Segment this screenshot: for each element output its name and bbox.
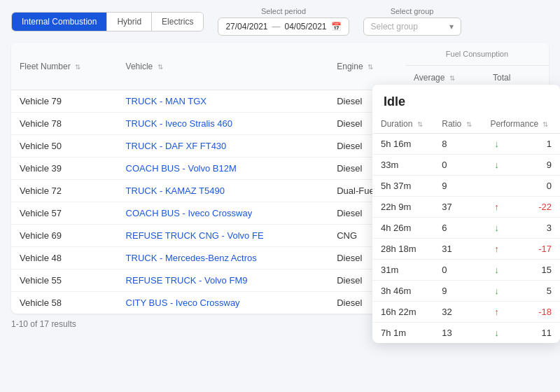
period-to: 04/05/2021 (284, 22, 326, 31)
vehicle-link[interactable]: TRUCK - KAMAZ T5490 (126, 186, 225, 196)
arrow-up-icon: ↑ (494, 202, 499, 212)
cell-fleet: Vehicle 72 (11, 180, 118, 202)
cell-vehicle[interactable]: CITY BUS - Iveco Crossway (118, 292, 329, 314)
cell-vehicle[interactable]: TRUCK - MAN TGX (118, 90, 329, 113)
idle-cell-ratio: 37 (433, 197, 482, 218)
vehicle-link[interactable]: COACH BUS - Iveco Crossway (126, 208, 253, 218)
group-selector: Select group Select group ▾ (363, 7, 461, 36)
cell-vehicle[interactable]: COACH BUS - Iveco Crossway (118, 202, 329, 225)
cell-fleet: Vehicle 50 (11, 135, 118, 158)
idle-table-row: 3h 46m 9 ↓ 5 (372, 281, 560, 302)
idle-cell-performance: 9 (512, 155, 560, 176)
tab-hybrid[interactable]: Hybrid (107, 13, 152, 31)
idle-cell-arrow: ↑ (482, 302, 511, 323)
vehicle-link[interactable]: TRUCK - Iveco Stralis 460 (126, 118, 232, 129)
vehicle-link[interactable]: REFUSE TRUCK CNG - Volvo FE (126, 230, 264, 241)
vehicle-link[interactable]: TRUCK - MAN TGX (126, 96, 206, 106)
cell-vehicle[interactable]: TRUCK - Mercedes-Benz Actros (118, 247, 329, 270)
idle-cell-duration: 16h 22m (372, 302, 433, 323)
cell-fleet: Vehicle 39 (11, 158, 118, 180)
idle-cell-ratio: 32 (433, 302, 482, 323)
period-dash: — (272, 22, 280, 31)
cell-fleet: Vehicle 69 (11, 225, 118, 247)
cell-vehicle[interactable]: REFUSE TRUCK - Volvo FM9 (118, 270, 329, 292)
sort-idle-performance-icon[interactable]: ⇅ (542, 120, 548, 128)
cell-fleet: Vehicle 58 (11, 292, 118, 314)
idle-cell-ratio: 9 (433, 281, 482, 302)
idle-cell-ratio: 6 (433, 218, 482, 239)
sort-average-icon[interactable]: ⇅ (449, 74, 455, 82)
idle-cell-arrow: ↓ (482, 134, 511, 155)
sort-engine-icon[interactable]: ⇅ (368, 63, 373, 71)
col-vehicle: Vehicle ⇅ (118, 43, 329, 90)
idle-cell-performance: 15 (512, 260, 560, 281)
idle-cell-ratio: 9 (433, 176, 482, 197)
arrow-up-icon: ↑ (494, 307, 499, 317)
idle-cell-performance: -17 (512, 239, 560, 260)
arrow-up-icon: ↑ (494, 244, 499, 254)
chevron-down-icon: ▾ (449, 22, 454, 31)
period-selector: Select period 27/04/2021 — 04/05/2021 📅 (218, 7, 349, 36)
tab-internal-combustion[interactable]: Internal Combustion (12, 13, 107, 31)
group-placeholder: Select group (371, 22, 418, 31)
idle-popup: Idle Duration ⇅ Ratio ⇅ Performance ⇅ (372, 85, 560, 343)
tab-electrics[interactable]: Electrics (152, 13, 203, 31)
sort-idle-ratio-icon[interactable]: ⇅ (466, 120, 472, 128)
idle-cell-arrow (482, 176, 511, 197)
idle-table-row: 31m 0 ↓ 15 (372, 260, 560, 281)
period-from: 27/04/2021 (225, 22, 267, 31)
idle-popup-title: Idle (372, 85, 560, 115)
period-label: Select period (261, 7, 306, 15)
idle-cell-performance: 5 (512, 281, 560, 302)
cell-fleet: Vehicle 78 (11, 113, 118, 135)
idle-cell-arrow: ↓ (482, 260, 511, 281)
arrow-down-icon: ↓ (494, 223, 499, 233)
idle-table-row: 22h 9m 37 ↑ -22 (372, 197, 560, 218)
arrow-down-icon: ↓ (494, 286, 499, 296)
group-select-dropdown[interactable]: Select group ▾ (363, 18, 461, 36)
col-engine: Engine ⇅ (328, 43, 405, 90)
idle-cell-duration: 5h 37m (372, 176, 433, 197)
vehicle-link[interactable]: TRUCK - DAF XF FT430 (126, 141, 227, 151)
vehicle-link[interactable]: COACH BUS - Volvo B12M (126, 163, 237, 174)
idle-cell-arrow: ↓ (482, 281, 511, 302)
cell-vehicle[interactable]: REFUSE TRUCK CNG - Volvo FE (118, 225, 329, 247)
idle-cell-arrow: ↑ (482, 197, 511, 218)
cell-fleet: Vehicle 55 (11, 270, 118, 292)
cell-fleet: Vehicle 48 (11, 247, 118, 270)
calendar-icon: 📅 (331, 22, 342, 31)
period-input[interactable]: 27/04/2021 — 04/05/2021 📅 (218, 18, 349, 36)
idle-cell-performance: -18 (512, 302, 560, 323)
col-fuel-consumption-header: Fuel Consumption (405, 43, 549, 66)
sort-idle-duration-icon[interactable]: ⇅ (417, 120, 423, 128)
idle-cell-ratio: 8 (433, 134, 482, 155)
cell-vehicle[interactable]: COACH BUS - Volvo B12M (118, 158, 329, 180)
group-label: Select group (391, 7, 434, 15)
idle-cell-arrow: ↑ (482, 239, 511, 260)
cell-fleet: Vehicle 79 (11, 90, 118, 113)
vehicle-link[interactable]: TRUCK - Mercedes-Benz Actros (126, 253, 257, 263)
idle-table-row: 5h 16m 8 ↓ 1 (372, 134, 560, 155)
idle-cell-ratio: 31 (433, 239, 482, 260)
idle-cell-arrow: ↓ (482, 218, 511, 239)
cell-vehicle[interactable]: TRUCK - Iveco Stralis 460 (118, 113, 329, 135)
idle-cell-performance: 0 (512, 176, 560, 197)
idle-cell-ratio: 0 (433, 155, 482, 176)
idle-cell-arrow: ↓ (482, 323, 511, 344)
cell-vehicle[interactable]: TRUCK - DAF XF FT430 (118, 135, 329, 158)
idle-table-row: 4h 26m 6 ↓ 3 (372, 218, 560, 239)
cell-fleet: Vehicle 57 (11, 202, 118, 225)
main-area: Fleet Number ⇅ Vehicle ⇅ Engine ⇅ Fuel C… (0, 43, 560, 335)
idle-cell-performance: 3 (512, 218, 560, 239)
idle-cell-duration: 31m (372, 260, 433, 281)
idle-col-performance: Performance ⇅ (482, 115, 560, 134)
sort-fleet-icon[interactable]: ⇅ (75, 63, 80, 71)
idle-table-row: 5h 37m 9 0 (372, 176, 560, 197)
idle-table-row: 28h 18m 31 ↑ -17 (372, 239, 560, 260)
sort-vehicle-icon[interactable]: ⇅ (158, 63, 163, 71)
vehicle-link[interactable]: REFUSE TRUCK - Volvo FM9 (126, 275, 248, 286)
arrow-down-icon: ↓ (494, 265, 499, 275)
cell-vehicle[interactable]: TRUCK - KAMAZ T5490 (118, 180, 329, 202)
arrow-down-icon: ↓ (494, 139, 499, 149)
vehicle-link[interactable]: CITY BUS - Iveco Crossway (126, 298, 240, 308)
